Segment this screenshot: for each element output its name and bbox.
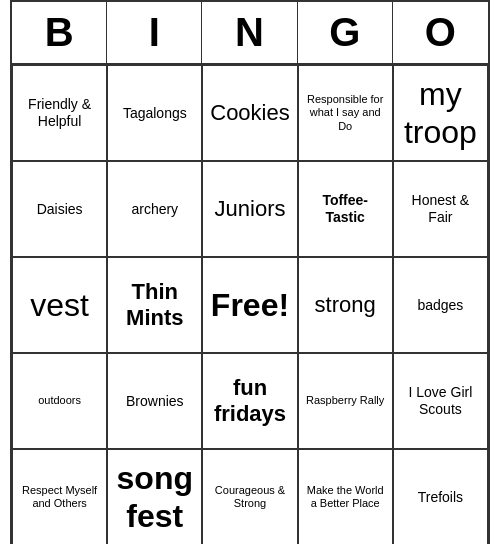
bingo-cell-text-13: strong <box>305 292 386 318</box>
bingo-header: BINGO <box>12 2 488 65</box>
bingo-cell-text-20: Respect Myself and Others <box>19 484 100 510</box>
bingo-cell-text-23: Make the World a Better Place <box>305 484 386 510</box>
bingo-cell-10: vest <box>12 257 107 353</box>
bingo-cell-text-22: Courageous & Strong <box>209 484 290 510</box>
bingo-cell-text-24: Trefoils <box>400 489 481 506</box>
bingo-cell-2: Cookies <box>202 65 297 161</box>
bingo-cell-18: Raspberry Rally <box>298 353 393 449</box>
bingo-cell-text-7: Juniors <box>209 196 290 222</box>
bingo-cell-15: outdoors <box>12 353 107 449</box>
bingo-cell-text-9: Honest & Fair <box>400 192 481 226</box>
header-letter-b: B <box>12 2 107 63</box>
bingo-cell-9: Honest & Fair <box>393 161 488 257</box>
bingo-cell-text-6: archery <box>114 201 195 218</box>
bingo-cell-text-15: outdoors <box>19 394 100 407</box>
bingo-cell-text-17: fun fridays <box>209 375 290 428</box>
bingo-grid: Friendly & HelpfulTagalongsCookiesRespon… <box>12 65 488 544</box>
bingo-cell-text-16: Brownies <box>114 393 195 410</box>
bingo-cell-14: badges <box>393 257 488 353</box>
header-letter-o: O <box>393 2 488 63</box>
bingo-cell-4: my troop <box>393 65 488 161</box>
bingo-cell-text-3: Responsible for what I say and Do <box>305 93 386 133</box>
bingo-cell-13: strong <box>298 257 393 353</box>
bingo-cell-text-18: Raspberry Rally <box>305 394 386 407</box>
bingo-cell-text-1: Tagalongs <box>114 105 195 122</box>
bingo-cell-3: Responsible for what I say and Do <box>298 65 393 161</box>
bingo-cell-8: Toffee-Tastic <box>298 161 393 257</box>
bingo-cell-17: fun fridays <box>202 353 297 449</box>
bingo-cell-16: Brownies <box>107 353 202 449</box>
bingo-cell-24: Trefoils <box>393 449 488 544</box>
bingo-cell-text-5: Daisies <box>19 201 100 218</box>
bingo-cell-text-14: badges <box>400 297 481 314</box>
bingo-cell-19: I Love Girl Scouts <box>393 353 488 449</box>
bingo-cell-text-19: I Love Girl Scouts <box>400 384 481 418</box>
bingo-cell-0: Friendly & Helpful <box>12 65 107 161</box>
bingo-cell-11: Thin Mints <box>107 257 202 353</box>
bingo-cell-1: Tagalongs <box>107 65 202 161</box>
bingo-cell-text-0: Friendly & Helpful <box>19 96 100 130</box>
bingo-cell-21: song fest <box>107 449 202 544</box>
header-letter-g: G <box>298 2 393 63</box>
bingo-cell-text-4: my troop <box>400 75 481 152</box>
bingo-cell-20: Respect Myself and Others <box>12 449 107 544</box>
bingo-cell-23: Make the World a Better Place <box>298 449 393 544</box>
bingo-cell-text-11: Thin Mints <box>114 279 195 332</box>
bingo-cell-text-21: song fest <box>114 459 195 536</box>
header-letter-i: I <box>107 2 202 63</box>
bingo-cell-5: Daisies <box>12 161 107 257</box>
bingo-cell-6: archery <box>107 161 202 257</box>
header-letter-n: N <box>202 2 297 63</box>
bingo-cell-7: Juniors <box>202 161 297 257</box>
bingo-cell-text-2: Cookies <box>209 100 290 126</box>
bingo-card: BINGO Friendly & HelpfulTagalongsCookies… <box>10 0 490 544</box>
bingo-cell-text-8: Toffee-Tastic <box>305 192 386 226</box>
bingo-cell-text-10: vest <box>19 286 100 324</box>
bingo-cell-12: Free! <box>202 257 297 353</box>
bingo-cell-text-12: Free! <box>209 286 290 324</box>
bingo-cell-22: Courageous & Strong <box>202 449 297 544</box>
